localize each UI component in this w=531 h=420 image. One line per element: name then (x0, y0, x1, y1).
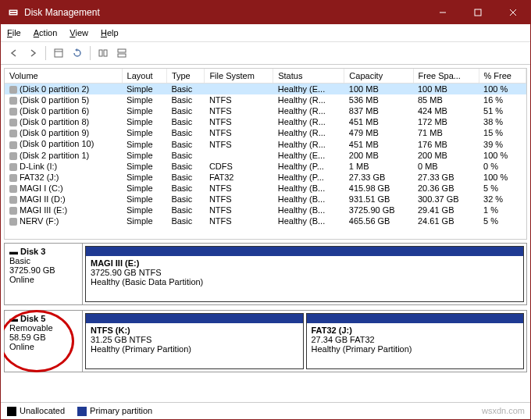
disk-icon: ▬ (9, 314, 18, 323)
volume-row[interactable]: (Disk 0 partition 5)SimpleBasicNTFSHealt… (5, 94, 526, 105)
menu-file[interactable]: File (1, 26, 27, 40)
partition-header-bar (307, 314, 524, 323)
partition-block[interactable]: FAT32 (J:)27.34 GB FAT32Healthy (Primary… (306, 313, 525, 369)
view-button-3[interactable] (113, 44, 130, 62)
disk-type: Basic (9, 256, 77, 265)
column-header[interactable]: Capacity (344, 69, 413, 84)
disk-graphical-pane[interactable]: ▬Disk 3Basic3725.90 GBOnlineMAGI III (E:… (4, 243, 527, 399)
disk-status: Online (9, 275, 77, 284)
maximize-button[interactable] (460, 1, 495, 24)
partition-size: 31.25 GB NTFS (91, 335, 298, 344)
partition-title: MAGI III (E:) (91, 258, 519, 268)
volume-icon (9, 218, 17, 226)
column-header[interactable]: Type (166, 69, 204, 84)
legend: UnallocatedPrimary partition (1, 402, 530, 419)
watermark: wsxdn.com (482, 406, 525, 415)
column-header[interactable]: Volume (5, 69, 122, 84)
volume-icon (9, 86, 17, 94)
volume-icon (9, 207, 17, 215)
volume-row[interactable]: (Disk 2 partition 1)SimpleBasicHealthy (… (5, 150, 526, 161)
disk-management-window: Disk Management File Action View Help Vo… (0, 0, 531, 420)
svg-rect-9 (99, 50, 102, 56)
partition-block[interactable]: MAGI III (E:)3725.90 GB NTFSHealthy (Bas… (85, 246, 524, 302)
volume-row[interactable]: D-Link (I:)SimpleBasicCDFSHealthy (P...1… (5, 161, 526, 172)
partition-header-bar (86, 247, 523, 256)
volume-icon (9, 108, 17, 116)
volume-icon (9, 196, 17, 204)
partition-size: 27.34 GB FAT32 (312, 335, 519, 344)
close-button[interactable] (495, 1, 530, 24)
volume-table: VolumeLayoutTypeFile SystemStatusCapacit… (5, 69, 526, 226)
column-header[interactable]: % Free (479, 69, 526, 84)
disk-status: Online (9, 342, 77, 351)
volume-row[interactable]: (Disk 0 partition 10)SimpleBasicNTFSHeal… (5, 138, 526, 149)
partition-health: Healthy (Basic Data Partition) (91, 277, 519, 287)
svg-rect-7 (55, 49, 62, 57)
partition-health: Healthy (Primary Partition) (91, 344, 298, 354)
content-area: VolumeLayoutTypeFile SystemStatusCapacit… (1, 65, 530, 419)
window-title: Disk Management (24, 7, 425, 18)
partition-title: FAT32 (J:) (312, 326, 519, 335)
disk-partition-graph: MAGI III (E:)3725.90 GB NTFSHealthy (Bas… (83, 244, 526, 304)
disk-info[interactable]: ▬Disk 5Removable58.59 GBOnline (5, 311, 83, 372)
svg-rect-11 (118, 49, 126, 52)
app-icon (7, 6, 20, 19)
legend-swatch (7, 407, 16, 416)
legend-swatch (77, 407, 87, 416)
disk-row[interactable]: ▬Disk 5Removable58.59 GBOnlineNTFS (K:)3… (4, 310, 527, 372)
volume-icon (9, 163, 17, 171)
menu-view[interactable]: View (63, 26, 94, 40)
titlebar[interactable]: Disk Management (1, 1, 530, 24)
volume-icon (9, 97, 17, 105)
volume-row[interactable]: MAGI III (E:)SimpleBasicNTFSHealthy (B..… (5, 205, 526, 215)
volume-icon (9, 141, 17, 149)
svg-rect-1 (10, 11, 16, 12)
column-header[interactable]: Free Spa... (413, 69, 479, 84)
partition-size: 3725.90 GB NTFS (91, 268, 519, 277)
volume-row[interactable]: NERV (F:)SimpleBasicNTFSHealthy (B...465… (5, 215, 526, 226)
back-button[interactable] (5, 44, 23, 62)
menu-action[interactable]: Action (27, 26, 64, 40)
refresh-button[interactable] (69, 44, 86, 62)
partition-block[interactable]: NTFS (K:)31.25 GB NTFSHealthy (Primary P… (85, 313, 304, 369)
view-button-1[interactable] (50, 44, 67, 62)
volume-row[interactable]: MAGI I (C:)SimpleBasicNTFSHealthy (B...4… (5, 183, 526, 194)
toolbar (1, 42, 530, 65)
legend-item: Unallocated (7, 406, 65, 416)
svg-rect-12 (118, 54, 126, 57)
legend-item: Primary partition (77, 406, 152, 416)
volume-row[interactable]: (Disk 0 partition 6)SimpleBasicNTFSHealt… (5, 105, 526, 116)
volume-list-pane[interactable]: VolumeLayoutTypeFile SystemStatusCapacit… (4, 68, 527, 240)
disk-size: 58.59 GB (9, 333, 77, 342)
partition-title: NTFS (K:) (91, 326, 298, 335)
volume-row[interactable]: FAT32 (J:)SimpleBasicFAT32Healthy (P...2… (5, 172, 526, 183)
volume-icon (9, 174, 17, 182)
volume-icon (9, 130, 17, 137)
column-header[interactable]: File System (205, 69, 273, 84)
view-button-2[interactable] (94, 44, 112, 62)
svg-rect-10 (104, 50, 107, 56)
disk-partition-graph: NTFS (K:)31.25 GB NTFSHealthy (Primary P… (83, 311, 526, 372)
volume-row[interactable]: (Disk 0 partition 9)SimpleBasicNTFSHealt… (5, 127, 526, 138)
volume-row[interactable]: MAGI II (D:)SimpleBasicNTFSHealthy (B...… (5, 194, 526, 205)
disk-name: ▬Disk 5 (9, 314, 77, 323)
toolbar-separator (45, 46, 46, 60)
volume-row[interactable]: (Disk 0 partition 8)SimpleBasicNTFSHealt… (5, 116, 526, 127)
disk-row[interactable]: ▬Disk 3Basic3725.90 GBOnlineMAGI III (E:… (4, 243, 527, 305)
disk-info[interactable]: ▬Disk 3Basic3725.90 GBOnline (5, 244, 83, 304)
disk-size: 3725.90 GB (9, 265, 77, 275)
volume-icon (9, 152, 17, 160)
svg-rect-0 (9, 9, 18, 16)
column-header[interactable]: Status (273, 69, 344, 84)
toolbar-separator-2 (90, 46, 91, 60)
forward-button[interactable] (24, 44, 41, 62)
volume-icon (9, 119, 17, 126)
svg-rect-2 (10, 13, 16, 14)
disk-type: Removable (9, 323, 77, 333)
column-header[interactable]: Layout (122, 69, 166, 84)
volume-row[interactable]: (Disk 0 partition 2)SimpleBasicHealthy (… (5, 84, 526, 95)
minimize-button[interactable] (425, 1, 460, 24)
svg-rect-4 (475, 9, 481, 16)
menu-help[interactable]: Help (94, 26, 125, 40)
disk-name: ▬Disk 3 (9, 247, 77, 256)
